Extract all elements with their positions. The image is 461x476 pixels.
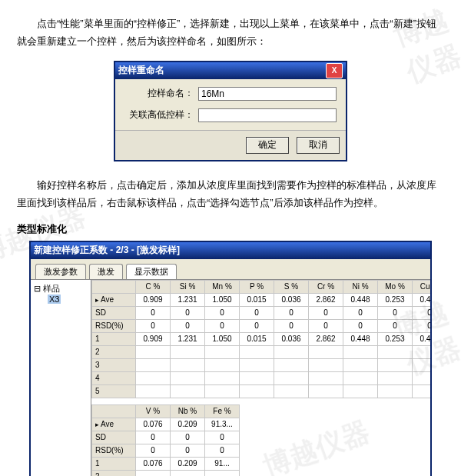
grid-cell[interactable] [240, 358, 274, 371]
grid-cell[interactable]: 0 [309, 306, 343, 319]
grid-cell[interactable] [343, 345, 378, 358]
cancel-button[interactable]: 取消 [297, 137, 340, 154]
grid-cell[interactable]: 0.076 [136, 457, 171, 470]
grid-cell[interactable]: 0 [343, 306, 378, 319]
grid-cell[interactable]: 0.209 [171, 457, 205, 470]
grid-cell[interactable] [274, 358, 309, 371]
grid-cell[interactable]: 0.253 [378, 332, 413, 345]
grid-cell[interactable]: 0 [171, 306, 205, 319]
grid-cell[interactable]: 0.015 [240, 293, 274, 306]
wizard-titlebar[interactable]: 新建控样修正系数 - 2/3 - [激发标样] [31, 242, 430, 259]
grid-cell[interactable]: 0 [136, 431, 171, 444]
tab-fire[interactable]: 激发 [89, 264, 123, 279]
grid-cell[interactable] [413, 345, 431, 358]
grid-cell[interactable] [240, 384, 274, 398]
grid-cell[interactable]: 0 [378, 319, 413, 332]
tab-data[interactable]: 显示数据 [126, 264, 177, 279]
grid-cell[interactable] [171, 358, 205, 371]
grid-cell[interactable]: 2.862 [309, 332, 343, 345]
grid-cell[interactable]: 0.425 [413, 332, 431, 345]
grid-cell[interactable]: 0 [413, 306, 431, 319]
grid-cell[interactable] [205, 345, 240, 358]
grid-cell[interactable]: 0.448 [343, 332, 378, 345]
grid-cell[interactable] [171, 470, 205, 476]
grid-cell[interactable]: 2.862 [309, 293, 343, 306]
grid-cell[interactable] [205, 371, 240, 384]
grid-cell[interactable]: 0 [413, 319, 431, 332]
close-icon[interactable]: X [326, 63, 343, 78]
grid-cell[interactable] [343, 384, 378, 398]
grid-cell[interactable]: 1.050 [205, 332, 240, 345]
grid-cell[interactable] [309, 345, 343, 358]
grid-cell[interactable] [205, 384, 240, 398]
grid-cell[interactable]: 0 [309, 319, 343, 332]
link-input[interactable] [198, 108, 337, 122]
grid-cell[interactable] [171, 371, 205, 384]
tree-toggle-icon[interactable]: ⊟ [34, 284, 41, 293]
grid-cell[interactable]: 0 [205, 319, 240, 332]
grid-cell[interactable]: 0 [136, 306, 171, 319]
grid-cell[interactable] [378, 345, 413, 358]
grid-cell[interactable]: 0.909 [136, 293, 171, 306]
name-input[interactable] [198, 87, 337, 101]
grid-cell[interactable]: 0 [240, 319, 274, 332]
tree-leaf[interactable]: X3 [34, 295, 88, 304]
grid-cell[interactable]: 0.076 [136, 418, 171, 431]
ok-button[interactable]: 确定 [246, 137, 289, 154]
grid-cell[interactable] [136, 358, 171, 371]
grid-cell[interactable] [240, 371, 274, 384]
data-grid-area[interactable]: C %Si %Mn %P %S %Cr %Ni %Mo %Cu %Ti %Ave… [91, 280, 430, 476]
grid-cell[interactable] [343, 371, 378, 384]
grid-cell[interactable]: 0.015 [240, 332, 274, 345]
grid-cell[interactable]: 0 [171, 431, 205, 444]
grid-cell[interactable]: 0.209 [171, 418, 205, 431]
grid-cell[interactable]: 0 [274, 306, 309, 319]
grid-cell[interactable]: 0.036 [274, 332, 309, 345]
grid-cell[interactable] [240, 345, 274, 358]
grid-cell[interactable] [136, 384, 171, 398]
tree-root[interactable]: ⊟ 样品 [34, 283, 88, 295]
grid-cell[interactable]: 0 [136, 319, 171, 332]
grid-cell[interactable]: 0.448 [343, 293, 378, 306]
grid-cell[interactable]: 1.050 [205, 293, 240, 306]
grid-cell[interactable] [136, 345, 171, 358]
grid-cell[interactable] [378, 371, 413, 384]
grid-cell[interactable]: 0 [343, 319, 378, 332]
grid-cell[interactable]: 1.231 [171, 293, 205, 306]
grid-cell[interactable] [378, 358, 413, 371]
grid-cell[interactable] [413, 371, 431, 384]
grid-cell[interactable] [205, 470, 240, 476]
grid-cell[interactable] [413, 358, 431, 371]
grid-cell[interactable]: 0 [171, 444, 205, 457]
grid-cell[interactable] [309, 358, 343, 371]
grid-cell[interactable]: 0 [171, 319, 205, 332]
grid-cell[interactable]: 0.909 [136, 332, 171, 345]
grid-cell[interactable] [343, 358, 378, 371]
grid-cell[interactable]: 0.253 [378, 293, 413, 306]
tab-params[interactable]: 激发参数 [35, 264, 86, 279]
grid-cell[interactable] [274, 371, 309, 384]
grid-cell[interactable]: 91... [205, 457, 240, 470]
grid-cell[interactable] [274, 384, 309, 398]
grid-cell[interactable]: 0.036 [274, 293, 309, 306]
grid-cell[interactable] [413, 384, 431, 398]
grid-cell[interactable]: 0 [274, 319, 309, 332]
grid-cell[interactable]: 0 [240, 306, 274, 319]
grid-cell[interactable] [309, 371, 343, 384]
grid-cell[interactable]: 0 [205, 431, 240, 444]
grid-cell[interactable]: 0 [136, 444, 171, 457]
dialog-titlebar[interactable]: 控样重命名 X [115, 62, 346, 79]
grid-cell[interactable]: 0 [378, 306, 413, 319]
grid-cell[interactable]: 0.425 [413, 293, 431, 306]
grid-cell[interactable] [378, 384, 413, 398]
grid-cell[interactable] [274, 345, 309, 358]
grid-cell[interactable] [309, 384, 343, 398]
grid-cell[interactable] [171, 384, 205, 398]
grid-cell[interactable] [171, 345, 205, 358]
grid-cell[interactable]: 0 [205, 306, 240, 319]
grid-cell[interactable] [136, 371, 171, 384]
grid-cell[interactable]: 0 [205, 444, 240, 457]
grid-cell[interactable]: 1.231 [171, 332, 205, 345]
grid-cell[interactable] [136, 470, 171, 476]
grid-cell[interactable] [205, 358, 240, 371]
